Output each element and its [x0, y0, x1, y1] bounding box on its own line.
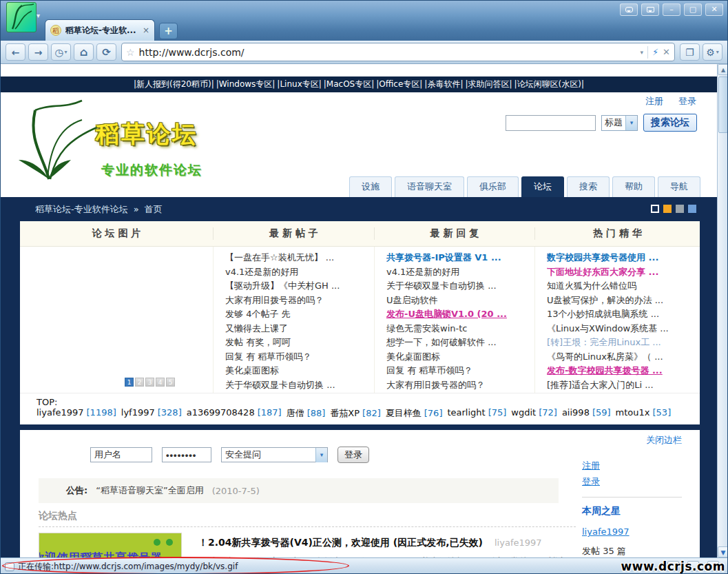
- top-user[interactable]: 唐僧[88]: [287, 407, 326, 420]
- home-button[interactable]: ⌂: [74, 43, 94, 61]
- minimize-button[interactable]: –: [663, 3, 680, 16]
- top-user[interactable]: 番茄XP[82]: [330, 407, 380, 420]
- history-button[interactable]: ◷ ▾: [51, 43, 71, 61]
- latest-post-item[interactable]: 发够 4个帖子 先: [225, 307, 374, 322]
- forward-button[interactable]: →: [28, 43, 48, 61]
- notes-bubble-button[interactable]: [641, 3, 659, 16]
- latest-post-item[interactable]: 【驱动升级】《中关村GH ...: [225, 279, 374, 294]
- top-user-name[interactable]: aii998: [562, 407, 590, 418]
- forum-section-tab[interactable]: 帮助: [612, 176, 655, 197]
- go-bolt-icon[interactable]: ⚡: [652, 47, 658, 57]
- tab-close-icon[interactable]: ×: [143, 25, 149, 35]
- scroll-down-icon[interactable]: ▼: [718, 546, 728, 557]
- top-user-name[interactable]: 夏目梓鱼: [386, 408, 422, 418]
- top-nav-link[interactable]: |Office专区|: [376, 79, 422, 90]
- close-sidebar-link[interactable]: 关闭边栏: [582, 434, 682, 447]
- latest-reply-item[interactable]: U盘启动软件: [386, 294, 534, 308]
- top-user[interactable]: tearlight[75]: [447, 407, 506, 420]
- hot-digest-item[interactable]: 13个小妙招成就电脑系统 ...: [547, 307, 700, 322]
- feedback-bubble-button[interactable]: [620, 3, 638, 16]
- latest-reply-item[interactable]: 大家有用旧拨号器的吗？: [386, 378, 534, 393]
- top-nav-link[interactable]: |论坛闲聊区(水区)|: [514, 79, 584, 90]
- latest-reply-item[interactable]: v4.1还是新的好用: [386, 265, 534, 280]
- app-logo-icon[interactable]: [6, 2, 37, 32]
- hot-digest-item[interactable]: 数字校园共享拨号器使用 ...: [547, 251, 700, 265]
- forum-logo[interactable]: 稻草论坛 专业的软件论坛: [16, 99, 202, 181]
- latest-post-item[interactable]: 大家有用旧拨号器的吗？: [225, 294, 374, 308]
- hot-digest-item[interactable]: U盘被写保护，解决的办法 ...: [547, 294, 700, 308]
- slide-page-button[interactable]: 1: [125, 378, 134, 387]
- top-nav-link[interactable]: |Linux专区|: [277, 79, 321, 90]
- address-bar[interactable]: ☆ http://www.dcrjs.com/ ▾ ⚡ ✕: [121, 43, 675, 61]
- hot-digest-item[interactable]: [推荐]适合大家入门的Li ...: [547, 378, 700, 393]
- latest-post-item[interactable]: 【一盘在手☆装机无忧】 ...: [225, 251, 374, 265]
- style-switch-square-4[interactable]: [688, 205, 696, 213]
- latest-reply-item[interactable]: 美化桌面图标: [386, 350, 534, 365]
- scroll-up-icon[interactable]: ▲: [718, 64, 728, 75]
- slide-page-button[interactable]: 5: [166, 378, 175, 387]
- top-user-name[interactable]: 番茄XP: [330, 408, 360, 418]
- top-user-name[interactable]: tearlight: [447, 407, 485, 418]
- security-question-select[interactable]: 安全提问 ▾: [221, 447, 328, 462]
- top-nav-link[interactable]: |求助问答区|: [465, 79, 512, 90]
- search-forum-button[interactable]: 搜索论坛: [643, 114, 697, 132]
- announcement-link[interactable]: “稻草语音聊天室”全面启用: [96, 484, 203, 497]
- top-user-name[interactable]: lyf1997: [121, 407, 155, 418]
- top-user[interactable]: a13699708428[187]: [187, 407, 282, 420]
- top-user[interactable]: 夏目梓鱼[76]: [386, 407, 443, 420]
- hot-digest-item[interactable]: [转]王垠：完全用Linux工 ...: [547, 336, 700, 350]
- forum-section-tab[interactable]: 设施: [349, 176, 392, 197]
- back-button[interactable]: ←: [6, 43, 25, 61]
- vertical-scrollbar[interactable]: ▲ ▼: [717, 64, 728, 557]
- sidebar-register-link[interactable]: 注册: [582, 460, 600, 471]
- username-field[interactable]: [90, 447, 152, 462]
- hot-digest-item[interactable]: 发布-数字校园共享拨号器 ...: [547, 364, 700, 378]
- top-user-name[interactable]: a13699708428: [187, 407, 255, 418]
- forum-section-tab[interactable]: 导航: [658, 176, 700, 197]
- hot-digest-item[interactable]: 《鸟哥的Linux私房菜》（ ...: [547, 350, 700, 365]
- maximize-button[interactable]: ▢: [684, 3, 702, 16]
- latest-post-item[interactable]: 关于华硕双显卡自动切换 ...: [225, 378, 374, 393]
- select-dropdown-icon[interactable]: ▾: [625, 116, 637, 130]
- close-button[interactable]: ✕: [705, 3, 723, 16]
- app-menu-caret-icon[interactable]: ▾: [37, 12, 40, 19]
- slide-page-button[interactable]: 3: [145, 378, 154, 387]
- latest-reply-item[interactable]: 关于华硕双显卡自动切换 ...: [386, 279, 534, 294]
- top-user[interactable]: wgdit[72]: [511, 407, 557, 420]
- breadcrumb-site-link[interactable]: 稻草论坛-专业软件论坛: [35, 203, 128, 216]
- latest-reply-item[interactable]: 共享拨号器-IP设置器 V1 ...: [386, 251, 534, 265]
- stop-icon[interactable]: ✕: [663, 47, 670, 57]
- top-user-name[interactable]: 唐僧: [287, 408, 304, 418]
- top-user[interactable]: aii998[59]: [562, 407, 611, 420]
- style-switch-square-2[interactable]: [663, 205, 672, 213]
- sidebar-toggle-button[interactable]: ❐: [680, 43, 700, 61]
- top-user-name[interactable]: wgdit: [511, 407, 536, 418]
- latest-reply-item[interactable]: 回复 有 稻草币领吗？: [386, 364, 534, 378]
- forum-section-tab[interactable]: 论坛: [521, 176, 564, 197]
- style-switch-square-3[interactable]: [676, 205, 684, 213]
- latest-post-item[interactable]: 美化桌面图标: [225, 364, 374, 378]
- latest-post-item[interactable]: 又懒得去上课了: [225, 322, 374, 336]
- breadcrumb-page[interactable]: 首页: [145, 203, 163, 216]
- tools-button[interactable]: ⚙ ▾: [703, 43, 722, 61]
- url-text[interactable]: http://www.dcrjs.com/: [139, 47, 636, 58]
- hot-digest-item[interactable]: 知道火狐为什么错位吗: [547, 279, 700, 294]
- refresh-button[interactable]: ⟳: [96, 43, 116, 61]
- week-star-user-link[interactable]: liyafe1997: [582, 526, 630, 537]
- top-nav-link[interactable]: |MacOS专区|: [324, 79, 374, 90]
- login-submit-button[interactable]: 登录: [337, 447, 369, 463]
- search-type-select[interactable]: 标题 ▾: [601, 115, 638, 131]
- top-user[interactable]: liyafe1997[1198]: [37, 407, 116, 420]
- top-nav-link[interactable]: |杀毒软件|: [424, 79, 463, 90]
- top-nav-link[interactable]: |新人报到(得20稻币)|: [134, 79, 214, 90]
- top-user[interactable]: mtou1x[53]: [616, 407, 672, 420]
- search-input[interactable]: [506, 115, 596, 131]
- url-dropdown-icon[interactable]: ▾: [640, 49, 643, 56]
- register-link[interactable]: 注册: [645, 95, 663, 107]
- password-field[interactable]: [162, 447, 211, 462]
- latest-reply-item[interactable]: 绿色无需安装win-tc: [386, 322, 534, 336]
- login-link[interactable]: 登录: [678, 95, 696, 107]
- latest-reply-item[interactable]: 发布-U盘电脑锁V1.0 (20 ...: [386, 307, 534, 322]
- hot-digest-item[interactable]: 《Linux与XWindow系统基 ...: [547, 322, 700, 336]
- forum-section-tab[interactable]: 语音聊天室: [395, 176, 464, 197]
